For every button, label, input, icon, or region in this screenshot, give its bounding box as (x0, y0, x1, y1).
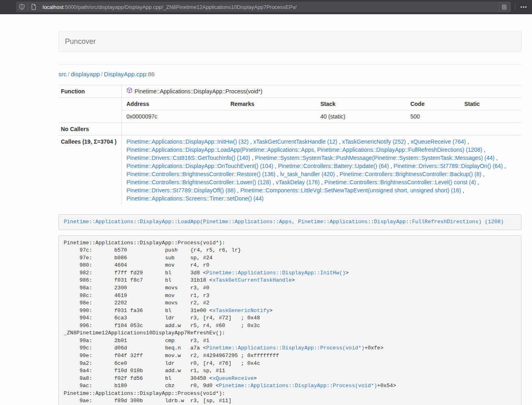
disasm-symbol-link[interactable]: xTaskGenericNotify (213, 308, 269, 314)
stats-header-code: Code (405, 98, 459, 110)
callee-link[interactable]: lv_task_handler (420) (280, 171, 335, 177)
callees-row: Callees (19, Σ=3704 ) Pinetime::Applicat… (58, 136, 521, 205)
callee-link[interactable]: Pinetime::Applications::DisplayApp::OnTo… (127, 163, 274, 169)
callees-label: Callees (19, Σ=3704 ) (58, 136, 121, 205)
overflow-menu-icon[interactable]: ••• (515, 4, 532, 10)
brand-link[interactable]: Puncover (59, 37, 96, 46)
shield-icon[interactable] (16, 2, 28, 12)
callee-link[interactable]: xTaskGetCurrentTaskHandle (12) (253, 138, 337, 145)
stats-value-stack: 40 (static) (315, 110, 405, 123)
callee-link[interactable]: Pinetime::Applications::Screens::Timer::… (127, 195, 264, 202)
disasm-symbol-link[interactable]: Pinetime::Applications::DisplayApp::Init… (206, 270, 345, 276)
callee-link[interactable]: xQueueReceive (764) (411, 138, 466, 145)
highlighted-callee-link[interactable]: Pinetime::Applications::DisplayApp::Load… (64, 219, 504, 225)
stats-header-remarks: Remarks (226, 98, 316, 110)
callee-link[interactable]: vTaskDelay (176) (276, 179, 320, 185)
stats-row: Address Remarks Stack Code Static 0x0000… (58, 98, 521, 123)
callee-link[interactable]: xTaskGenericNotify (252) (342, 138, 406, 145)
callee-link[interactable]: Pinetime::Applications::DisplayApp::Init… (127, 138, 249, 145)
page-icon[interactable] (28, 2, 39, 12)
callee-link[interactable]: Pinetime::Drivers::St7789::DisplayOn() (… (394, 163, 503, 169)
function-name: Pinetime::Applications::DisplayApp::Proc… (135, 87, 263, 95)
cube-icon (127, 87, 132, 95)
function-label: Function (58, 85, 121, 98)
stats-table: Address Remarks Stack Code Static 0x0000… (122, 98, 522, 123)
breadcrumb: src/displayapp/DisplayApp.cpp:86 (58, 70, 521, 78)
stats-value-address: 0x0000097c (122, 110, 226, 123)
highlighted-callee-box: Pinetime::Applications::DisplayApp::Load… (58, 214, 521, 230)
callee-link[interactable]: Pinetime::System::SystemTask::PushMessag… (255, 155, 495, 161)
disasm-symbol-link[interactable]: xTaskGetCurrentTaskHandle (213, 277, 292, 283)
callee-link[interactable]: Pinetime::Controllers::BrightnessControl… (324, 179, 476, 185)
breadcrumb-link-file[interactable]: DisplayApp.cpp (104, 71, 146, 78)
browser-toolbar: localhost:5000/path/src/displayapp/Displ… (0, 0, 532, 14)
breadcrumb-line-number: :86 (146, 71, 155, 78)
address-url[interactable]: localhost:5000/path/src/displayapp/Displ… (43, 4, 499, 10)
stats-value-code: 500 (405, 110, 459, 123)
function-row: Function Pinetime::Applications::Display… (58, 85, 521, 98)
function-table: Function Pinetime::Applications::Display… (58, 85, 521, 205)
url-host: localhost (43, 4, 63, 10)
navbar: Puncover (58, 31, 521, 52)
page-container: Puncover src/displayapp/DisplayApp.cpp:8… (58, 31, 521, 405)
no-callers-label: No Callers (58, 123, 121, 136)
callee-link[interactable]: Pinetime::Components::LittleVgl::SetNewT… (240, 187, 461, 194)
url-bar[interactable]: localhost:5000/path/src/displayapp/Displ… (16, 2, 511, 12)
stats-value-remarks (226, 110, 316, 123)
callee-link[interactable]: Pinetime::Controllers::BrightnessControl… (340, 171, 481, 177)
callee-link[interactable]: Pinetime::Drivers::St7789::DisplayOff() … (127, 187, 236, 194)
stats-header-static: Static (459, 98, 521, 110)
callee-link[interactable]: Pinetime::Applications::DisplayApp::Load… (127, 146, 482, 153)
breadcrumb-link-displayapp[interactable]: displayapp (71, 71, 100, 78)
reader-mode-icon[interactable] (499, 2, 509, 11)
divider (58, 64, 521, 65)
callee-link[interactable]: Pinetime::Drivers::Cst816S::GetTouchInfo… (127, 155, 250, 161)
callees-list: Pinetime::Applications::DisplayApp::Init… (121, 136, 521, 205)
disasm-symbol-link[interactable]: Pinetime::Applications::DisplayApp::Proc… (206, 345, 364, 351)
url-path: :5000/path/src/displayapp/DisplayApp.cpp… (63, 4, 297, 10)
no-callers-row: No Callers (58, 123, 521, 136)
callee-link[interactable]: Pinetime::Controllers::BrightnessControl… (127, 179, 271, 185)
breadcrumb-link-src[interactable]: src (58, 71, 67, 78)
stats-header-address: Address (122, 98, 226, 110)
disasm-symbol-link[interactable]: xQueueReceive (213, 375, 254, 381)
disassembly-listing: Pinetime::Applications::DisplayApp::Proc… (58, 235, 521, 405)
callee-link[interactable]: Pinetime::Controllers::Battery::Update()… (278, 163, 389, 169)
breadcrumb-separator: / (100, 71, 104, 78)
stats-header-stack: Stack (315, 98, 405, 110)
breadcrumb-separator: / (67, 71, 71, 78)
stats-value-static (459, 110, 521, 123)
callee-link[interactable]: Pinetime::Controllers::BrightnessControl… (127, 171, 276, 177)
disasm-symbol-link[interactable]: Pinetime::Applications::DisplayApp::Proc… (219, 383, 377, 389)
